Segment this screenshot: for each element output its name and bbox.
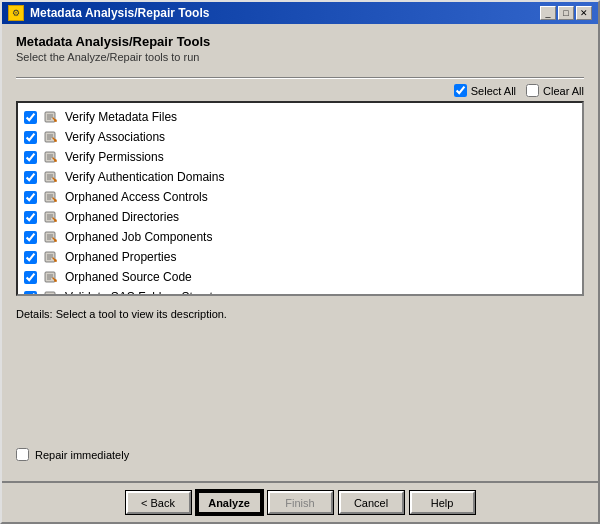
title-bar-left: ⚙ Metadata Analysis/Repair Tools	[8, 5, 209, 21]
main-window: ⚙ Metadata Analysis/Repair Tools _ □ ✕ M…	[0, 0, 600, 524]
select-all-checkbox[interactable]	[454, 84, 467, 97]
repair-section: Repair immediately	[16, 440, 584, 471]
list-item[interactable]: Orphaned Directories	[18, 207, 582, 227]
list-item-label: Orphaned Job Components	[65, 230, 212, 244]
svg-point-9	[54, 139, 57, 142]
page-header: Metadata Analysis/Repair Tools Select th…	[16, 34, 584, 63]
list-item[interactable]: Verify Permissions	[18, 147, 582, 167]
svg-point-34	[54, 239, 57, 242]
list-item-checkbox[interactable]	[24, 191, 37, 204]
list-item-label: Verify Associations	[65, 130, 165, 144]
list-item[interactable]: Orphaned Properties	[18, 247, 582, 267]
repair-immediately-text: Repair immediately	[35, 449, 129, 461]
list-item-checkbox[interactable]	[24, 251, 37, 264]
list-item-label: Orphaned Properties	[65, 250, 176, 264]
tool-icon	[43, 229, 59, 245]
list-item-checkbox[interactable]	[24, 131, 37, 144]
header-divider	[16, 77, 584, 78]
analyze-button[interactable]: Analyze	[197, 491, 262, 514]
tool-icon	[43, 109, 59, 125]
list-item[interactable]: Orphaned Source Code	[18, 267, 582, 287]
help-button[interactable]: Help	[410, 491, 475, 514]
repair-immediately-checkbox[interactable]	[16, 448, 29, 461]
list-item-label: Orphaned Source Code	[65, 270, 192, 284]
title-bar: ⚙ Metadata Analysis/Repair Tools _ □ ✕	[2, 2, 598, 24]
details-text: Details: Select a tool to view its descr…	[16, 308, 584, 320]
content-area: Metadata Analysis/Repair Tools Select th…	[2, 24, 598, 481]
tool-icon	[43, 149, 59, 165]
list-item-label: Orphaned Access Controls	[65, 190, 208, 204]
svg-point-44	[54, 279, 57, 282]
list-item-checkbox[interactable]	[24, 111, 37, 124]
page-subtitle: Select the Analyze/Repair tools to run	[16, 51, 584, 63]
list-item-label: Verify Permissions	[65, 150, 164, 164]
list-item-checkbox[interactable]	[24, 291, 37, 297]
list-item[interactable]: Orphaned Access Controls	[18, 187, 582, 207]
repair-immediately-label[interactable]: Repair immediately	[16, 448, 584, 461]
page-title: Metadata Analysis/Repair Tools	[16, 34, 584, 49]
svg-point-19	[54, 179, 57, 182]
finish-button[interactable]: Finish	[268, 491, 333, 514]
tool-icon	[43, 169, 59, 185]
items-list[interactable]: Verify Metadata Files Verify Association…	[16, 101, 584, 296]
clear-all-label[interactable]: Clear All	[526, 84, 584, 97]
svg-point-29	[54, 219, 57, 222]
tool-icon	[43, 189, 59, 205]
toolbar: Select All Clear All	[16, 84, 584, 97]
list-item-checkbox[interactable]	[24, 231, 37, 244]
close-button[interactable]: ✕	[576, 6, 592, 20]
cancel-button[interactable]: Cancel	[339, 491, 404, 514]
svg-point-24	[54, 199, 57, 202]
svg-point-14	[54, 159, 57, 162]
list-item[interactable]: Verify Associations	[18, 127, 582, 147]
minimize-button[interactable]: _	[540, 6, 556, 20]
details-section: Details: Select a tool to view its descr…	[16, 308, 584, 440]
list-item-checkbox[interactable]	[24, 211, 37, 224]
list-item-label: Verify Authentication Domains	[65, 170, 224, 184]
list-item-label: Verify Metadata Files	[65, 110, 177, 124]
list-item-label: Validate SAS Folders Structure	[65, 290, 230, 296]
tool-icon	[43, 209, 59, 225]
list-item[interactable]: Verify Metadata Files	[18, 107, 582, 127]
list-item[interactable]: Validate SAS Folders Structure	[18, 287, 582, 296]
list-item-checkbox[interactable]	[24, 151, 37, 164]
bottom-bar: < Back Analyze Finish Cancel Help	[2, 481, 598, 522]
clear-all-checkbox[interactable]	[526, 84, 539, 97]
list-item[interactable]: Orphaned Job Components	[18, 227, 582, 247]
tool-icon	[43, 269, 59, 285]
back-button[interactable]: < Back	[126, 491, 191, 514]
tool-icon	[43, 249, 59, 265]
window-icon: ⚙	[8, 5, 24, 21]
list-item[interactable]: Verify Authentication Domains	[18, 167, 582, 187]
svg-point-39	[54, 259, 57, 262]
tool-icon	[43, 289, 59, 296]
title-bar-text: Metadata Analysis/Repair Tools	[30, 6, 209, 20]
clear-all-text: Clear All	[543, 85, 584, 97]
list-item-label: Orphaned Directories	[65, 210, 179, 224]
select-all-text: Select All	[471, 85, 516, 97]
maximize-button[interactable]: □	[558, 6, 574, 20]
list-item-checkbox[interactable]	[24, 271, 37, 284]
tool-icon	[43, 129, 59, 145]
list-item-checkbox[interactable]	[24, 171, 37, 184]
svg-rect-45	[45, 292, 55, 296]
select-all-label[interactable]: Select All	[454, 84, 516, 97]
svg-point-4	[54, 119, 57, 122]
title-bar-controls: _ □ ✕	[540, 6, 592, 20]
